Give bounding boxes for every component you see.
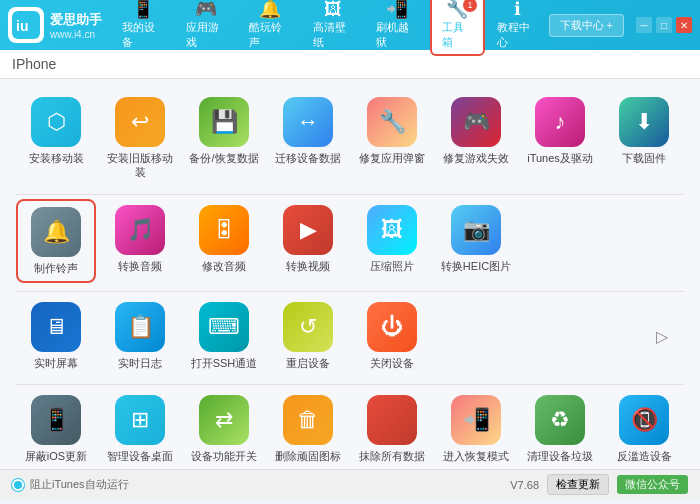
nav-item-tutorial[interactable]: ℹ教程中心 [487,0,549,54]
anti-addiction-icon: 📵 [619,395,669,445]
flash-tool-icon: 📲 [386,0,408,18]
tool-itunes-driver[interactable]: ♪iTunes及驱动 [520,91,600,186]
open-ssh-label: 打开SSH通道 [191,356,258,370]
tool-install-old[interactable]: ↩安装旧版移动装 [100,91,180,186]
convert-audio-label: 转换音频 [118,259,162,273]
tool-backup-restore[interactable]: 💾备份/恢复数据 [184,91,264,186]
tool-convert-heic[interactable]: 📷转换HEIC图片 [436,199,516,283]
backup-restore-label: 备份/恢复数据 [189,151,258,165]
compress-photo-label: 压缩照片 [370,259,414,273]
active-badge: 1 [463,0,477,12]
install-app-icon: ⬡ [31,97,81,147]
clean-trash-label: 清理设备垃圾 [527,449,593,463]
erase-data-label: 抹除所有数据 [359,449,425,463]
tool-anti-addiction[interactable]: 📵反滥造设备 [604,389,684,469]
tool-placeholder3[interactable] [436,296,516,376]
convert-audio-icon: 🎵 [115,205,165,255]
nav-item-tools[interactable]: 1🔧工具箱 [430,0,485,56]
download-center-button[interactable]: 下载中心 + [549,14,624,37]
fix-game-icon: 🎮 [451,97,501,147]
tool-migrate-data[interactable]: ↔迁移设备数据 [268,91,348,186]
status-right: V7.68 检查更新 微信公众号 [510,474,688,495]
shutdown-label: 关闭设备 [370,356,414,370]
edit-audio-label: 修改音频 [202,259,246,273]
maximize-button[interactable]: □ [656,17,672,33]
tool-install-app[interactable]: ⬡安装移动装 [16,91,96,186]
close-button[interactable]: ✕ [676,17,692,33]
check-update-button[interactable]: 检查更新 [547,474,609,495]
manage-desktop-icon: ⊞ [115,395,165,445]
tool-open-ssh[interactable]: ⌨打开SSH通道 [184,296,264,376]
tool-placeholder4[interactable] [520,296,600,376]
nav-item-flash-tool[interactable]: 📲刷机越狱 [366,0,428,54]
screen-ios-label: 屏蔽iOS更新 [25,449,87,463]
logo-area: iu 爱思助手 www.i4.cn [8,7,102,43]
compress-photo-icon: 🖼 [367,205,417,255]
make-ringtone-label: 制作铃声 [34,261,78,275]
fix-app-label: 修复应用弹窗 [359,151,425,165]
nav-item-app-game[interactable]: 🎮应用游戏 [176,0,238,54]
tool-screen-ios[interactable]: 📱屏蔽iOS更新 [16,389,96,469]
tool-make-ringtone[interactable]: 🔔制作铃声 [16,199,96,283]
device-label: IPhone [12,56,56,72]
tool-toggle-fn[interactable]: ⇄设备功能开关 [184,389,264,469]
status-dot [12,479,24,491]
tool-compress-photo[interactable]: 🖼压缩照片 [352,199,432,283]
tool-delete-icon[interactable]: 🗑删除顽固图标 [268,389,348,469]
tool-convert-audio[interactable]: 🎵转换音频 [100,199,180,283]
reset-device-icon: ↺ [283,302,333,352]
tool-placeholder2[interactable] [604,199,684,283]
install-app-label: 安装移动装 [29,151,84,165]
minimize-button[interactable]: ─ [636,17,652,33]
wallpaper-label: 高清壁纸 [313,20,355,50]
tool-shutdown[interactable]: ⏻关闭设备 [352,296,432,376]
my-device-label: 我的设备 [122,20,164,50]
flash-tool-label: 刷机越狱 [376,20,418,50]
realtime-log-label: 实时日志 [118,356,162,370]
tool-erase-data[interactable]: 抹除所有数据 [352,389,432,469]
svg-text:iu: iu [16,18,28,34]
tool-fix-app[interactable]: 🔧修复应用弹窗 [352,91,432,186]
convert-video-label: 转换视频 [286,259,330,273]
ringtone-label: 酷玩铃声 [249,20,291,50]
tutorial-label: 教程中心 [497,20,539,50]
wechat-button[interactable]: 微信公众号 [617,475,688,494]
tool-clean-trash[interactable]: ♻清理设备垃圾 [520,389,600,469]
toggle-fn-icon: ⇄ [199,395,249,445]
tool-placeholder5[interactable] [604,296,684,376]
screen-mirror-label: 实时屏幕 [34,356,78,370]
tools-grid-row4: 📱屏蔽iOS更新⊞智理设备桌面⇄设备功能开关🗑删除顽固图标抹除所有数据📲进入恢复… [16,389,684,469]
screen-mirror-icon: 🖥 [31,302,81,352]
app-game-label: 应用游戏 [186,20,228,50]
make-ringtone-icon: 🔔 [31,207,81,257]
tool-fix-game[interactable]: 🎮修复游戏失效 [436,91,516,186]
title-bar: iu 爱思助手 www.i4.cn 📱我的设备🎮应用游戏🔔酷玩铃声🖼高清壁纸📲刷… [0,0,700,50]
tool-placeholder1[interactable] [520,199,600,283]
nav-item-wallpaper[interactable]: 🖼高清壁纸 [303,0,365,54]
erase-data-icon [367,395,417,445]
divider1 [16,194,684,195]
delete-icon-icon: 🗑 [283,395,333,445]
migrate-data-icon: ↔ [283,97,333,147]
convert-heic-icon: 📷 [451,205,501,255]
recovery-mode-icon: 📲 [451,395,501,445]
tool-recovery-mode[interactable]: 📲进入恢复模式 [436,389,516,469]
tool-edit-audio[interactable]: 🎛修改音频 [184,199,264,283]
main-content: ⬡安装移动装↩安装旧版移动装💾备份/恢复数据↔迁移设备数据🔧修复应用弹窗🎮修复游… [0,79,700,469]
clean-trash-icon: ♻ [535,395,585,445]
tool-convert-video[interactable]: ▶转换视频 [268,199,348,283]
tool-realtime-log[interactable]: 📋实时日志 [100,296,180,376]
tools-grid-row2: 🔔制作铃声🎵转换音频🎛修改音频▶转换视频🖼压缩照片📷转换HEIC图片 [16,199,684,283]
nav-item-ringtone[interactable]: 🔔酷玩铃声 [239,0,301,54]
nav-item-my-device[interactable]: 📱我的设备 [112,0,174,54]
itunes-status-label: 阻止iTunes自动运行 [30,477,129,492]
install-old-icon: ↩ [115,97,165,147]
ringtone-icon: 🔔 [259,0,281,18]
tool-download-fw[interactable]: ⬇下载固件 [604,91,684,186]
open-ssh-icon: ⌨ [199,302,249,352]
tool-reset-device[interactable]: ↺重启设备 [268,296,348,376]
tool-screen-mirror[interactable]: 🖥实时屏幕 [16,296,96,376]
itunes-driver-icon: ♪ [535,97,585,147]
convert-heic-label: 转换HEIC图片 [441,259,511,273]
tool-manage-desktop[interactable]: ⊞智理设备桌面 [100,389,180,469]
